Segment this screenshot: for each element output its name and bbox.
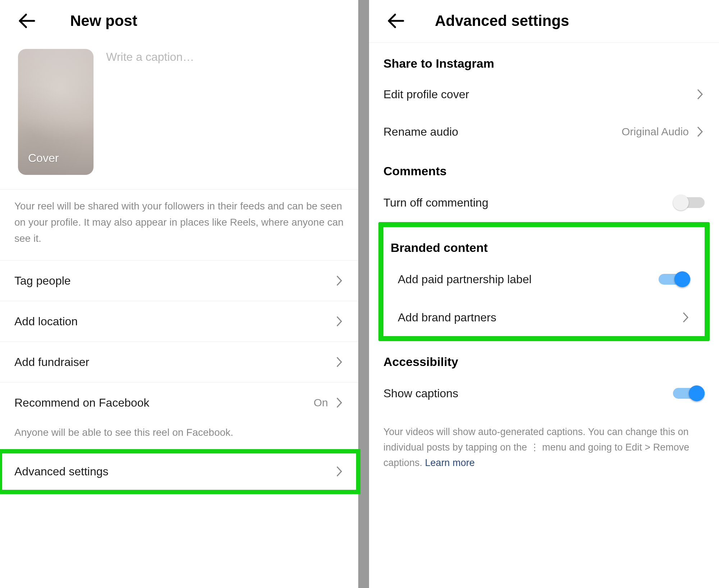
row-label: Turn off commenting (383, 196, 488, 209)
page-title: New post (70, 12, 137, 30)
panel-new-post: New post Cover Write a caption… Your ree… (0, 0, 358, 588)
row-add-location[interactable]: Add location (0, 301, 358, 342)
row-edit-profile-cover[interactable]: Edit profile cover (369, 76, 719, 113)
section-accessibility: Accessibility (369, 341, 719, 374)
cover-label: Cover (28, 151, 59, 165)
section-comments: Comments (369, 150, 719, 183)
row-rename-audio[interactable]: Rename audio Original Audio (369, 113, 719, 150)
section-branded: Branded content (383, 227, 705, 260)
toggle-knob (689, 385, 705, 401)
row-label: Add location (14, 315, 78, 328)
row-label: Tag people (14, 274, 71, 288)
row-label: Recommend on Facebook (14, 396, 149, 410)
caption-input[interactable]: Write a caption… (106, 49, 194, 175)
chevron-right-icon (335, 463, 344, 479)
row-label: Show captions (383, 387, 458, 400)
back-button[interactable] (16, 10, 38, 32)
row-label: Add fundraiser (14, 356, 89, 369)
row-tag-people[interactable]: Tag people (0, 261, 358, 301)
recommend-fb-subtext: Anyone will be able to see this reel on … (0, 422, 358, 451)
chevron-right-icon (695, 124, 705, 140)
row-show-captions[interactable]: Show captions (369, 374, 719, 413)
row-value: Original Audio (622, 126, 689, 138)
row-label: Rename audio (383, 125, 458, 139)
row-label: Edit profile cover (383, 88, 469, 101)
toggle-knob (674, 271, 690, 287)
row-label: Advanced settings (14, 465, 109, 478)
chevron-right-icon (335, 273, 344, 289)
arrow-left-icon (16, 10, 38, 32)
back-button[interactable] (385, 10, 407, 32)
section-share: Share to Instagram (369, 43, 719, 76)
row-label: Add paid partnership label (398, 273, 532, 286)
chevron-right-icon (335, 395, 344, 411)
chevron-right-icon (335, 313, 344, 329)
chevron-right-icon (695, 86, 705, 102)
panel-divider (358, 0, 369, 588)
row-add-fundraiser[interactable]: Add fundraiser (0, 342, 358, 383)
row-advanced-settings[interactable]: Advanced settings (0, 451, 358, 492)
header-left: New post (0, 0, 358, 42)
page-title: Advanced settings (435, 12, 569, 30)
chevron-right-icon (335, 354, 344, 370)
row-value: On (314, 397, 328, 409)
row-label: Add brand partners (398, 311, 496, 324)
row-recommend-facebook[interactable]: Recommend on Facebook On (0, 383, 358, 423)
arrow-left-icon (385, 10, 407, 32)
share-info-text: Your reel will be shared with your follo… (0, 189, 358, 261)
toggle-knob (673, 195, 689, 211)
header-right: Advanced settings (369, 0, 719, 43)
branded-content-group: Branded content Add paid partnership lab… (378, 222, 710, 341)
learn-more-link[interactable]: Learn more (425, 457, 475, 468)
compose-area: Cover Write a caption… (0, 42, 358, 189)
row-paid-partnership[interactable]: Add paid partnership label (383, 260, 705, 299)
row-turn-off-commenting[interactable]: Turn off commenting (369, 183, 719, 222)
toggle-paid-partnership[interactable] (659, 271, 690, 288)
captions-note: Your videos will show auto-generated cap… (369, 413, 719, 484)
chevron-right-icon (681, 309, 690, 325)
toggle-show-captions[interactable] (673, 385, 705, 402)
toggle-commenting[interactable] (673, 194, 705, 211)
row-brand-partners[interactable]: Add brand partners (383, 299, 705, 336)
cover-thumbnail[interactable]: Cover (18, 49, 94, 175)
panel-advanced-settings: Advanced settings Share to Instagram Edi… (369, 0, 719, 588)
